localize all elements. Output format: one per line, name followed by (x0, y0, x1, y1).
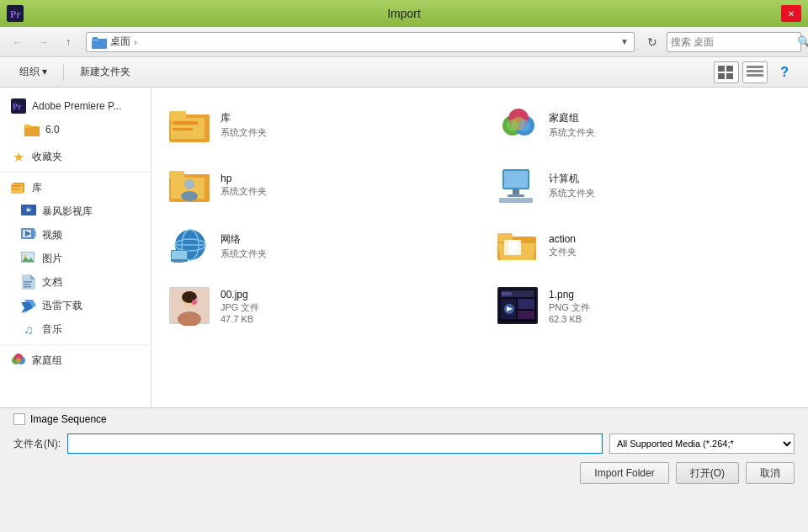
svg-rect-33 (24, 281, 32, 283)
file-type-action: 文件夹 (549, 246, 791, 258)
open-button[interactable]: 打开(O) (676, 462, 739, 484)
svg-point-51 (507, 120, 518, 131)
filename-row: 文件名(N): All Supported Media (*.264;* (0, 430, 808, 457)
help-button[interactable]: ? (771, 61, 798, 83)
svg-rect-34 (24, 284, 30, 285)
app-icon: Pr (7, 5, 24, 22)
back-button[interactable]: ← (7, 32, 29, 52)
file-icon-homegroup (497, 103, 540, 146)
forward-button[interactable]: → (32, 32, 54, 52)
svg-point-56 (184, 179, 194, 189)
file-icon-library (168, 103, 212, 146)
file-type-computer: 系统文件夹 (549, 187, 791, 200)
homegroup-sidebar-icon (10, 352, 27, 369)
file-icon-network (168, 224, 212, 268)
svg-rect-62 (499, 198, 533, 203)
file-info-library: 库 系统文件夹 (221, 111, 463, 139)
storm-video-icon (20, 203, 37, 220)
sidebar: Pr Adobe Premiere P... 6.0 ★ 收藏夹 (0, 88, 152, 407)
toolbar-separator (63, 64, 64, 81)
video-icon (20, 226, 37, 243)
close-button[interactable]: ✕ (781, 5, 801, 22)
sidebar-item-label-homegroup: 家庭组 (32, 354, 62, 368)
svg-rect-68 (172, 251, 187, 259)
sidebar-item-library[interactable]: 库 (0, 176, 151, 200)
file-item-action[interactable]: action 文件夹 (490, 219, 798, 273)
filename-label: 文件名(N): (13, 437, 61, 451)
import-folder-button[interactable]: Import Folder (580, 462, 668, 484)
filetype-select[interactable]: All Supported Media (*.264;* (609, 434, 795, 454)
sidebar-item-label-favorites: 收藏夹 (32, 150, 62, 164)
sidebar-item-video[interactable]: 视频 (0, 223, 151, 247)
svg-rect-4 (93, 37, 98, 40)
file-info-hp: hp 系统文件夹 (221, 173, 463, 198)
sidebar-item-60[interactable]: 6.0 (0, 118, 151, 141)
sidebar-item-storm-video[interactable]: 暴风影视库 (0, 200, 151, 223)
organize-button[interactable]: 组织 ▾ (10, 61, 56, 83)
file-item-library[interactable]: 库 系统文件夹 (162, 98, 470, 152)
file-icon-1png (497, 285, 540, 328)
file-name-homegroup: 家庭组 (549, 111, 791, 125)
file-info-computer: 计算机 系统文件夹 (549, 172, 791, 200)
svg-rect-7 (718, 73, 725, 79)
details-view-button[interactable] (742, 61, 768, 83)
title-bar-left: Pr (7, 5, 29, 22)
documents-icon (20, 274, 37, 290)
file-item-homegroup[interactable]: 家庭组 系统文件夹 (490, 98, 798, 152)
file-type-library: 系统文件夹 (221, 126, 463, 139)
search-icon[interactable]: 🔍 (797, 35, 808, 48)
breadcrumb-dropdown-icon[interactable]: ▼ (620, 37, 629, 46)
file-name-library: 库 (221, 111, 463, 125)
sidebar-item-favorites[interactable]: ★ 收藏夹 (0, 145, 151, 168)
svg-rect-45 (173, 121, 198, 125)
file-item-1png[interactable]: 1.png PNG 文件 62.3 KB (490, 279, 798, 333)
filename-input[interactable] (67, 434, 603, 454)
view-toggle-button[interactable] (714, 61, 739, 83)
svg-point-57 (181, 191, 198, 201)
file-item-00jpg[interactable]: 00.jpg JPG 文件 47.7 KB (162, 279, 470, 333)
cancel-button[interactable]: 取消 (746, 462, 795, 484)
file-icon-hp (168, 163, 212, 207)
sidebar-item-xunlei[interactable]: 迅雷下载 (0, 294, 151, 317)
refresh-button[interactable]: ↻ (641, 32, 663, 52)
file-info-1png: 1.png PNG 文件 62.3 KB (549, 289, 791, 324)
file-type-00jpg: JPG 文件 (221, 301, 463, 314)
sidebar-item-documents[interactable]: 文档 (0, 270, 151, 294)
svg-rect-89 (518, 311, 534, 319)
svg-rect-6 (726, 66, 733, 72)
file-name-1png: 1.png (549, 289, 791, 301)
svg-rect-88 (518, 299, 534, 309)
pictures-icon (20, 250, 37, 267)
bottom-area: Image Sequence 文件名(N): All Supported Med… (0, 407, 808, 489)
file-item-computer[interactable]: 计算机 系统文件夹 (490, 158, 798, 212)
file-name-00jpg: 00.jpg (221, 289, 463, 301)
sidebar-item-premiere[interactable]: Pr Adobe Premiere P... (0, 94, 151, 118)
actions-row: Import Folder 打开(O) 取消 (0, 457, 808, 489)
svg-rect-11 (747, 74, 763, 77)
sidebar-item-label-video: 视频 (42, 228, 62, 242)
file-size-00jpg: 47.7 KB (221, 314, 463, 324)
image-sequence-checkbox[interactable] (13, 413, 25, 425)
file-type-network: 系统文件夹 (221, 247, 463, 260)
svg-rect-69 (176, 259, 181, 261)
file-icon-computer (497, 163, 540, 207)
file-item-hp[interactable]: hp 系统文件夹 (162, 158, 470, 212)
svg-point-52 (518, 120, 530, 131)
title-bar: Pr Import ✕ (0, 0, 808, 27)
file-info-homegroup: 家庭组 系统文件夹 (549, 111, 791, 139)
sidebar-item-homegroup[interactable]: 家庭组 (0, 348, 151, 372)
search-input[interactable] (671, 36, 797, 48)
new-folder-button[interactable]: 新建文件夹 (71, 61, 140, 83)
breadcrumb[interactable]: 桌面 › ▼ (86, 32, 635, 52)
file-name-action: action (549, 233, 791, 245)
svg-rect-15 (24, 125, 30, 128)
file-grid: 库 系统文件夹 家庭组 (162, 98, 798, 333)
svg-point-82 (195, 298, 199, 301)
search-box: 🔍 (667, 32, 801, 52)
file-item-network[interactable]: 网络 系统文件夹 (162, 219, 470, 273)
up-button[interactable]: ↑ (57, 32, 79, 52)
star-icon: ★ (10, 148, 27, 165)
sidebar-item-pictures[interactable]: 图片 (0, 247, 151, 270)
sidebar-item-music[interactable]: ♫ 音乐 (0, 317, 151, 341)
nav-bar: ← → ↑ 桌面 › ▼ ↻ 🔍 (0, 27, 808, 57)
